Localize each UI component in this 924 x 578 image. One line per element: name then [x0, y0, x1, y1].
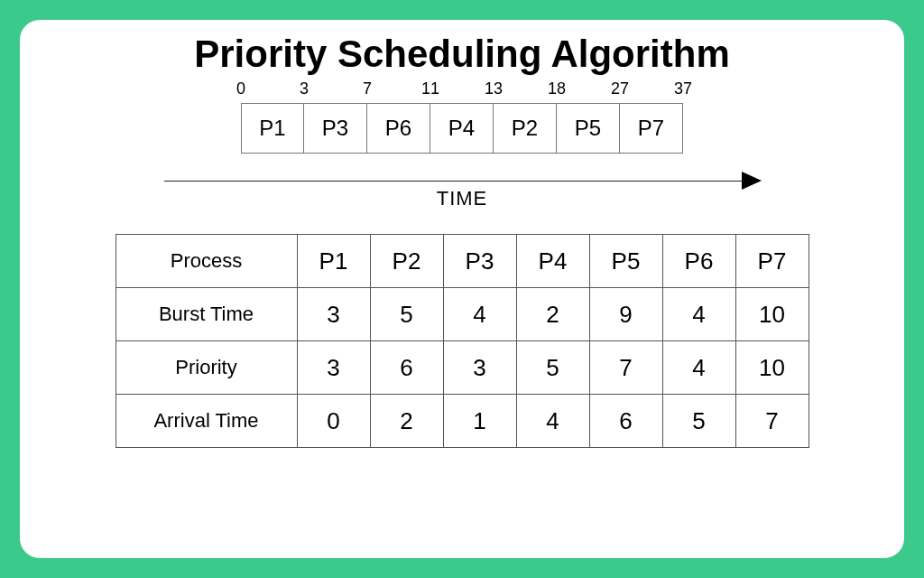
svg-marker-0	[742, 172, 762, 190]
gantt-tick: 13	[485, 79, 503, 98]
gantt-ticks: 0 3 7 11 13 18 27 37	[241, 79, 683, 98]
gantt-chart: 0 3 7 11 13 18 27 37 P1 P3 P6 P4 P2 P5 P…	[241, 103, 683, 154]
gantt-cell: P6	[367, 103, 430, 154]
table-row: Process P1 P2 P3 P4 P5 P6 P7	[116, 235, 808, 288]
table-cell: P1	[297, 235, 370, 288]
table-cell: 7	[735, 395, 808, 448]
table-cell: 4	[662, 341, 735, 395]
page-title: Priority Scheduling Algorithm	[194, 33, 729, 76]
gantt-tick: 7	[363, 79, 372, 98]
time-axis: TIME	[164, 181, 760, 210]
gantt-cell: P4	[430, 103, 494, 154]
content-card: Priority Scheduling Algorithm 0 3 7 11 1…	[20, 20, 904, 558]
table-cell: 2	[516, 288, 589, 341]
gantt-tick: 27	[611, 79, 629, 98]
table-cell: 4	[516, 395, 589, 448]
table-cell: 5	[370, 288, 443, 341]
table-cell: 3	[443, 341, 516, 395]
time-axis-label: TIME	[164, 187, 760, 210]
table-row: Burst Time 3 5 4 2 9 4 10	[116, 288, 808, 341]
table-cell: 4	[443, 288, 516, 341]
process-table: Process P1 P2 P3 P4 P5 P6 P7 Burst Time …	[116, 234, 809, 448]
table-cell: 6	[370, 341, 443, 395]
row-header: Burst Time	[116, 288, 297, 341]
table-cell: 10	[735, 341, 808, 395]
table-cell: 5	[516, 341, 589, 395]
table-cell: P4	[516, 235, 589, 288]
table-row: Arrival Time 0 2 1 4 6 5 7	[116, 395, 808, 448]
table-cell: P2	[370, 235, 443, 288]
gantt-cell: P1	[241, 103, 304, 154]
gantt-cell: P3	[304, 103, 367, 154]
row-header: Priority	[116, 341, 297, 395]
table-cell: P3	[443, 235, 516, 288]
arrow-right-icon	[742, 172, 762, 193]
table-cell: 6	[589, 395, 662, 448]
table-cell: P7	[735, 235, 808, 288]
table-cell: 0	[297, 395, 370, 448]
gantt-tick: 11	[421, 79, 439, 98]
gantt-tick: 37	[674, 79, 692, 98]
outer-frame: Priority Scheduling Algorithm 0 3 7 11 1…	[0, 0, 924, 578]
time-axis-line	[164, 181, 760, 182]
table-cell: 10	[735, 288, 808, 341]
row-header: Process	[116, 235, 297, 288]
gantt-tick: 0	[236, 79, 245, 98]
table-cell: P5	[589, 235, 662, 288]
table-cell: 7	[589, 341, 662, 395]
gantt-cell: P2	[494, 103, 557, 154]
table-cell: P6	[662, 235, 735, 288]
table-cell: 5	[662, 395, 735, 448]
gantt-cell: P7	[620, 103, 683, 154]
gantt-tick: 3	[300, 79, 309, 98]
table-cell: 4	[662, 288, 735, 341]
table-cell: 2	[370, 395, 443, 448]
table-cell: 1	[443, 395, 516, 448]
gantt-cell: P5	[557, 103, 620, 154]
row-header: Arrival Time	[116, 395, 297, 448]
gantt-tick: 18	[548, 79, 566, 98]
gantt-row: P1 P3 P6 P4 P2 P5 P7	[241, 103, 683, 154]
table-cell: 3	[297, 341, 370, 395]
table-cell: 3	[297, 288, 370, 341]
table-row: Priority 3 6 3 5 7 4 10	[116, 341, 808, 395]
table-cell: 9	[589, 288, 662, 341]
